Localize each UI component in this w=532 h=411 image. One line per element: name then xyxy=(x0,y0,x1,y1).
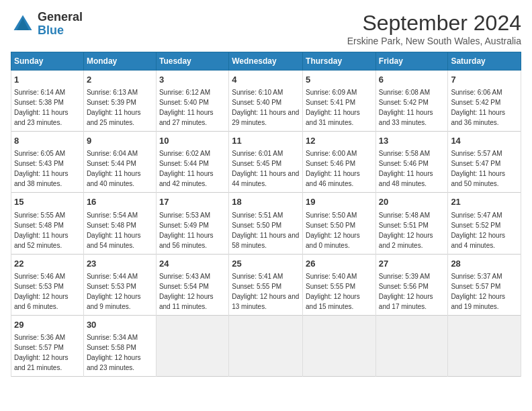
logo-text: General Blue xyxy=(38,11,83,38)
table-cell xyxy=(229,315,303,376)
table-cell: 30 Sunrise: 5:34 AMSunset: 5:58 PMDaylig… xyxy=(83,315,156,376)
table-row: 15 Sunrise: 5:55 AMSunset: 5:48 PMDaylig… xyxy=(11,193,521,254)
day-number: 8 xyxy=(14,135,81,147)
day-info: Sunrise: 5:41 AMSunset: 5:55 PMDaylight:… xyxy=(232,273,299,310)
day-info: Sunrise: 6:04 AMSunset: 5:44 PMDaylight:… xyxy=(87,150,141,187)
table-cell: 27 Sunrise: 5:39 AMSunset: 5:56 PMDaylig… xyxy=(375,254,448,315)
day-info: Sunrise: 5:39 AMSunset: 5:56 PMDaylight:… xyxy=(379,273,433,310)
title-block: September 2024 Erskine Park, New South W… xyxy=(347,11,521,46)
table-cell: 21 Sunrise: 5:47 AMSunset: 5:52 PMDaylig… xyxy=(448,193,521,254)
day-number: 10 xyxy=(159,135,226,147)
day-info: Sunrise: 5:53 AMSunset: 5:49 PMDaylight:… xyxy=(159,212,214,249)
table-cell: 23 Sunrise: 5:44 AMSunset: 5:53 PMDaylig… xyxy=(83,254,156,315)
day-info: Sunrise: 5:46 AMSunset: 5:53 PMDaylight:… xyxy=(14,273,69,310)
day-number: 11 xyxy=(232,135,300,147)
table-cell: 20 Sunrise: 5:48 AMSunset: 5:51 PMDaylig… xyxy=(375,193,448,254)
day-info: Sunrise: 6:01 AMSunset: 5:45 PMDaylight:… xyxy=(232,150,299,187)
table-cell: 9 Sunrise: 6:04 AMSunset: 5:44 PMDayligh… xyxy=(83,132,156,193)
table-row: 8 Sunrise: 6:05 AMSunset: 5:43 PMDayligh… xyxy=(11,132,521,193)
table-cell: 11 Sunrise: 6:01 AMSunset: 5:45 PMDaylig… xyxy=(229,132,303,193)
day-info: Sunrise: 5:54 AMSunset: 5:48 PMDaylight:… xyxy=(87,212,141,249)
day-info: Sunrise: 6:12 AMSunset: 5:40 PMDaylight:… xyxy=(159,89,214,126)
day-info: Sunrise: 6:09 AMSunset: 5:41 PMDaylight:… xyxy=(306,89,360,126)
col-saturday: Saturday xyxy=(448,52,521,71)
table-cell: 10 Sunrise: 6:02 AMSunset: 5:44 PMDaylig… xyxy=(156,132,228,193)
day-number: 30 xyxy=(87,319,153,331)
header-row: Sunday Monday Tuesday Wednesday Thursday… xyxy=(11,52,521,71)
table-row: 29 Sunrise: 5:36 AMSunset: 5:57 PMDaylig… xyxy=(11,315,521,376)
table-cell: 12 Sunrise: 6:00 AMSunset: 5:46 PMDaylig… xyxy=(303,132,376,193)
table-cell: 15 Sunrise: 5:55 AMSunset: 5:48 PMDaylig… xyxy=(11,193,84,254)
calendar-header: Sunday Monday Tuesday Wednesday Thursday… xyxy=(11,52,521,71)
day-info: Sunrise: 6:00 AMSunset: 5:46 PMDaylight:… xyxy=(306,150,360,187)
day-info: Sunrise: 5:36 AMSunset: 5:57 PMDaylight:… xyxy=(14,334,69,371)
table-cell: 6 Sunrise: 6:08 AMSunset: 5:42 PMDayligh… xyxy=(375,71,448,132)
day-number: 4 xyxy=(232,74,300,86)
table-cell: 19 Sunrise: 5:50 AMSunset: 5:50 PMDaylig… xyxy=(303,193,376,254)
calendar-body: 1 Sunrise: 6:14 AMSunset: 5:38 PMDayligh… xyxy=(11,71,521,377)
table-cell: 16 Sunrise: 5:54 AMSunset: 5:48 PMDaylig… xyxy=(83,193,156,254)
day-number: 17 xyxy=(159,196,226,208)
table-cell: 13 Sunrise: 5:58 AMSunset: 5:46 PMDaylig… xyxy=(375,132,448,193)
table-cell: 5 Sunrise: 6:09 AMSunset: 5:41 PMDayligh… xyxy=(303,71,376,132)
day-info: Sunrise: 5:58 AMSunset: 5:46 PMDaylight:… xyxy=(379,150,433,187)
day-info: Sunrise: 5:43 AMSunset: 5:54 PMDaylight:… xyxy=(159,273,214,310)
page-header: General Blue September 2024 Erskine Park… xyxy=(11,11,521,46)
table-cell: 17 Sunrise: 5:53 AMSunset: 5:49 PMDaylig… xyxy=(156,193,228,254)
table-cell: 1 Sunrise: 6:14 AMSunset: 5:38 PMDayligh… xyxy=(11,71,84,132)
day-info: Sunrise: 5:50 AMSunset: 5:50 PMDaylight:… xyxy=(306,212,360,249)
day-info: Sunrise: 5:47 AMSunset: 5:52 PMDaylight:… xyxy=(451,212,505,249)
day-number: 22 xyxy=(14,258,81,270)
day-number: 5 xyxy=(306,74,373,86)
table-cell xyxy=(375,315,448,376)
month-title: September 2024 xyxy=(347,11,521,36)
day-info: Sunrise: 6:14 AMSunset: 5:38 PMDaylight:… xyxy=(14,89,69,126)
day-number: 24 xyxy=(159,258,226,270)
day-info: Sunrise: 6:06 AMSunset: 5:42 PMDaylight:… xyxy=(451,89,505,126)
table-row: 22 Sunrise: 5:46 AMSunset: 5:53 PMDaylig… xyxy=(11,254,521,315)
table-cell: 24 Sunrise: 5:43 AMSunset: 5:54 PMDaylig… xyxy=(156,254,228,315)
day-info: Sunrise: 5:55 AMSunset: 5:48 PMDaylight:… xyxy=(14,212,69,249)
day-number: 28 xyxy=(451,258,518,270)
day-info: Sunrise: 6:13 AMSunset: 5:39 PMDaylight:… xyxy=(87,89,141,126)
day-info: Sunrise: 5:44 AMSunset: 5:53 PMDaylight:… xyxy=(87,273,141,310)
table-cell: 14 Sunrise: 5:57 AMSunset: 5:47 PMDaylig… xyxy=(448,132,521,193)
logo-general: General xyxy=(38,11,83,24)
day-number: 7 xyxy=(451,74,518,86)
day-info: Sunrise: 5:57 AMSunset: 5:47 PMDaylight:… xyxy=(451,150,505,187)
day-number: 14 xyxy=(451,135,518,147)
day-number: 20 xyxy=(379,196,445,208)
day-number: 16 xyxy=(87,196,153,208)
day-info: Sunrise: 6:05 AMSunset: 5:43 PMDaylight:… xyxy=(14,150,69,187)
day-number: 13 xyxy=(379,135,445,147)
day-number: 9 xyxy=(87,135,153,147)
day-info: Sunrise: 6:02 AMSunset: 5:44 PMDaylight:… xyxy=(159,150,214,187)
table-cell: 3 Sunrise: 6:12 AMSunset: 5:40 PMDayligh… xyxy=(156,71,228,132)
table-cell: 8 Sunrise: 6:05 AMSunset: 5:43 PMDayligh… xyxy=(11,132,84,193)
day-info: Sunrise: 5:34 AMSunset: 5:58 PMDaylight:… xyxy=(87,334,141,371)
day-info: Sunrise: 5:48 AMSunset: 5:51 PMDaylight:… xyxy=(379,212,433,249)
day-info: Sunrise: 5:51 AMSunset: 5:50 PMDaylight:… xyxy=(232,212,299,249)
day-info: Sunrise: 6:10 AMSunset: 5:40 PMDaylight:… xyxy=(232,89,299,126)
day-number: 26 xyxy=(306,258,373,270)
day-number: 15 xyxy=(14,196,81,208)
table-cell xyxy=(448,315,521,376)
col-thursday: Thursday xyxy=(303,52,376,71)
day-number: 23 xyxy=(87,258,153,270)
table-cell: 7 Sunrise: 6:06 AMSunset: 5:42 PMDayligh… xyxy=(448,71,521,132)
day-number: 1 xyxy=(14,74,81,86)
table-cell: 22 Sunrise: 5:46 AMSunset: 5:53 PMDaylig… xyxy=(11,254,84,315)
day-number: 27 xyxy=(379,258,445,270)
col-wednesday: Wednesday xyxy=(229,52,303,71)
logo: General Blue xyxy=(11,11,83,38)
table-cell: 29 Sunrise: 5:36 AMSunset: 5:57 PMDaylig… xyxy=(11,315,84,376)
table-cell: 18 Sunrise: 5:51 AMSunset: 5:50 PMDaylig… xyxy=(229,193,303,254)
col-sunday: Sunday xyxy=(11,52,84,71)
table-cell xyxy=(303,315,376,376)
day-number: 2 xyxy=(87,74,153,86)
day-number: 19 xyxy=(306,196,373,208)
day-number: 6 xyxy=(379,74,445,86)
day-info: Sunrise: 5:37 AMSunset: 5:57 PMDaylight:… xyxy=(451,273,505,310)
day-number: 21 xyxy=(451,196,518,208)
table-cell: 28 Sunrise: 5:37 AMSunset: 5:57 PMDaylig… xyxy=(448,254,521,315)
